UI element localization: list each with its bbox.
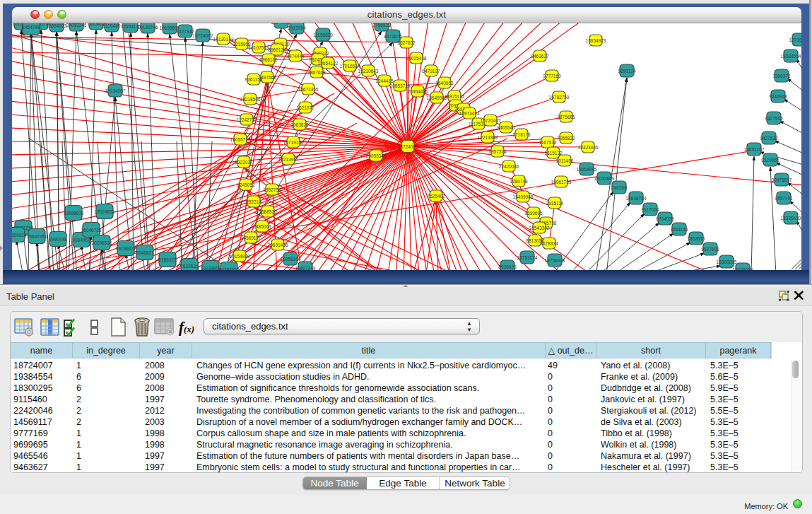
svg-text:9084067: 9084067	[72, 238, 90, 243]
svg-text:2867608: 2867608	[307, 70, 326, 75]
svg-text:252214: 252214	[246, 199, 261, 204]
svg-text:9117004: 9117004	[642, 207, 659, 212]
svg-text:10973493: 10973493	[459, 111, 480, 116]
svg-text:7386372: 7386372	[772, 74, 791, 78]
svg-text:16671355: 16671355	[298, 87, 319, 92]
svg-text:7957224: 7957224	[488, 149, 507, 154]
svg-text:9463627: 9463627	[531, 54, 549, 59]
svg-text:10654122: 10654122	[318, 61, 339, 66]
svg-text:8990448: 8990448	[49, 237, 67, 242]
svg-text:9646821: 9646821	[136, 250, 154, 255]
svg-text:18724007: 18724007	[398, 144, 418, 149]
svg-text:6479197: 6479197	[422, 69, 440, 74]
svg-text:9361158: 9361158	[245, 77, 263, 82]
svg-text:1588520: 1588520	[259, 209, 277, 214]
svg-text:1362615: 1362615	[687, 236, 705, 241]
svg-text:1621072: 1621072	[296, 105, 314, 110]
svg-text:16210643: 16210643	[358, 69, 379, 74]
svg-text:18249012: 18249012	[271, 23, 292, 25]
svg-text:14055712: 14055712	[230, 137, 251, 142]
svg-text:8938923: 8938923	[498, 264, 517, 269]
svg-text:8322037: 8322037	[235, 160, 253, 165]
svg-text:17359924: 17359924	[12, 233, 27, 238]
svg-text:1167533: 1167533	[539, 140, 557, 145]
svg-text:20364436: 20364436	[408, 89, 428, 94]
svg-text:8454749: 8454749	[22, 25, 40, 30]
svg-text:12213967: 12213967	[278, 157, 299, 162]
svg-text:16648784: 16648784	[626, 196, 647, 201]
svg-text:1244415: 1244415	[375, 78, 394, 83]
svg-text:1640953: 1640953	[435, 81, 454, 86]
svg-text:9699695: 9699695	[524, 211, 543, 216]
svg-text:10025438: 10025438	[406, 56, 427, 61]
svg-text:10756928: 10756928	[545, 258, 565, 263]
svg-text:10653267: 10653267	[744, 147, 765, 152]
svg-text:10853719: 10853719	[390, 83, 411, 88]
svg-text:9227342: 9227342	[176, 29, 194, 34]
svg-text:14130141: 14130141	[213, 37, 234, 42]
svg-text:13654923: 13654923	[586, 38, 606, 43]
svg-text:10154808: 10154808	[230, 254, 250, 259]
svg-text:19384554: 19384554	[781, 54, 801, 59]
svg-text:746266: 746266	[611, 185, 627, 190]
svg-text:9465546: 9465546	[497, 125, 515, 130]
svg-text:1615132: 1615132	[544, 151, 563, 156]
svg-text:20387652: 20387652	[219, 267, 240, 271]
svg-text:10958107: 10958107	[281, 257, 301, 262]
svg-text:22420046: 22420046	[499, 164, 519, 169]
svg-text:7485063: 7485063	[253, 224, 271, 229]
svg-text:14569117: 14569117	[241, 235, 261, 240]
svg-text:1080748: 1080748	[510, 179, 528, 184]
svg-text:7663822: 7663822	[290, 122, 309, 127]
svg-text:12242737: 12242737	[237, 117, 257, 122]
svg-text:8960124: 8960124	[268, 47, 286, 52]
svg-text:1691144: 1691144	[671, 227, 688, 232]
svg-text:11156829: 11156829	[313, 33, 333, 37]
svg-text:7955822: 7955822	[557, 136, 575, 141]
svg-text:30975857: 30975857	[772, 177, 792, 182]
svg-text:7625402: 7625402	[427, 194, 445, 199]
svg-text:29053346: 29053346	[66, 23, 87, 28]
svg-text:13325419: 13325419	[781, 216, 801, 221]
svg-text:9427532: 9427532	[760, 136, 778, 141]
svg-text:8471676: 8471676	[384, 34, 402, 39]
svg-text:9245052: 9245052	[237, 182, 255, 187]
svg-text:12213389: 12213389	[478, 135, 498, 140]
svg-text:20691406: 20691406	[268, 243, 288, 247]
svg-text:1011456: 1011456	[556, 158, 574, 163]
svg-text:19654985: 19654985	[577, 167, 597, 172]
svg-text:10120746: 10120746	[138, 25, 158, 30]
svg-text:7632621: 7632621	[180, 264, 199, 269]
svg-text:12323446: 12323446	[578, 145, 599, 150]
svg-text:10688609: 10688609	[64, 211, 84, 216]
svg-text:9242848: 9242848	[769, 94, 787, 99]
svg-text:8678334: 8678334	[540, 241, 558, 246]
svg-text:10719155: 10719155	[283, 140, 304, 145]
svg-text:15409948: 15409948	[513, 194, 534, 199]
svg-text:2718176: 2718176	[512, 132, 531, 137]
svg-text:16543362: 16543362	[529, 226, 550, 230]
svg-text:3875685: 3875685	[557, 115, 575, 119]
svg-text:18300295: 18300295	[717, 259, 737, 264]
svg-text:2935114: 2935114	[546, 201, 564, 206]
svg-text:17016534: 17016534	[340, 64, 360, 69]
svg-text:13654923: 13654923	[47, 23, 67, 28]
svg-text:13524851: 13524851	[95, 209, 115, 214]
svg-text:13226058: 13226058	[733, 267, 753, 271]
svg-text:1952754: 1952754	[263, 187, 281, 192]
svg-text:19218506: 19218506	[240, 97, 261, 102]
svg-text:9329965: 9329965	[761, 158, 779, 163]
svg-text:15692951: 15692951	[27, 234, 47, 239]
svg-text:18907249: 18907249	[295, 266, 316, 271]
svg-text:20206536: 20206536	[92, 240, 112, 245]
svg-text:8186323: 8186323	[158, 257, 177, 262]
svg-text:15720407: 15720407	[481, 118, 501, 123]
svg-text:9474444: 9474444	[286, 54, 305, 59]
svg-text:16046738: 16046738	[81, 228, 102, 233]
svg-text:6794028: 6794028	[656, 216, 674, 221]
svg-text:9890124: 9890124	[618, 69, 636, 74]
svg-text:2756928: 2756928	[372, 23, 391, 28]
svg-text:29053346: 29053346	[366, 153, 387, 158]
svg-text:16107553: 16107553	[249, 45, 269, 50]
svg-text:1527602: 1527602	[397, 40, 416, 45]
